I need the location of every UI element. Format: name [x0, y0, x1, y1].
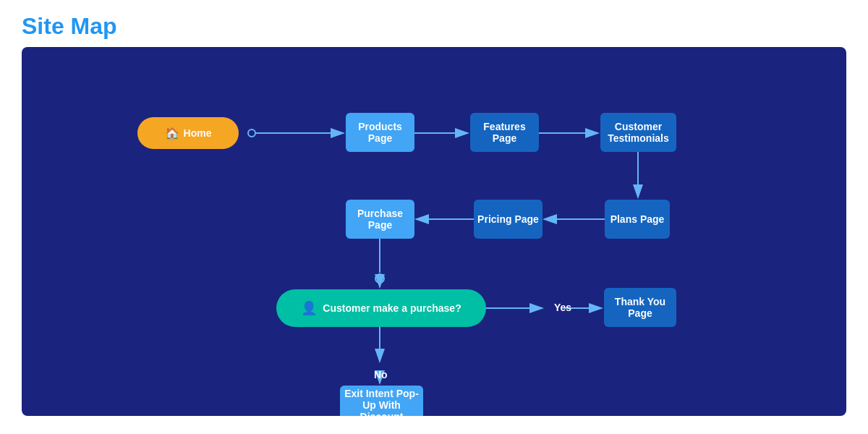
node-plans[interactable]: Plans Page — [605, 200, 670, 239]
node-features[interactable]: Features Page — [470, 113, 539, 152]
node-testimonials[interactable]: Customer Testimonials — [600, 113, 676, 152]
label-yes: Yes — [554, 302, 571, 313]
exit-label: Exit Intent Pop-Up With Discount — [340, 388, 423, 416]
pricing-label: Pricing Page — [477, 213, 539, 225]
purchase-label: Purchase Page — [346, 208, 414, 231]
node-pricing[interactable]: Pricing Page — [474, 200, 542, 239]
diagram-container: 🏠 Home Products Page Features Page Custo… — [22, 47, 846, 416]
node-products[interactable]: Products Page — [346, 113, 414, 152]
products-label: Products Page — [346, 121, 414, 144]
decision-label: Customer make a purchase? — [323, 302, 461, 314]
home-icon: 🏠 — [165, 127, 179, 140]
node-thankyou[interactable]: Thank You Page — [604, 288, 676, 327]
page-title: Site Map — [0, 0, 868, 47]
decision-icon: 👤 — [301, 300, 317, 316]
svg-point-2 — [248, 129, 255, 137]
features-label: Features Page — [470, 121, 539, 144]
node-home[interactable]: 🏠 Home — [137, 117, 239, 149]
testimonials-label: Customer Testimonials — [600, 121, 676, 144]
home-label: Home — [184, 127, 212, 139]
node-exit[interactable]: Exit Intent Pop-Up With Discount — [340, 386, 423, 416]
arrows-svg — [22, 47, 846, 416]
label-no: No — [374, 369, 388, 380]
thankyou-label: Thank You Page — [604, 296, 676, 319]
plans-label: Plans Page — [610, 213, 665, 225]
node-purchase[interactable]: Purchase Page — [346, 200, 414, 239]
svg-point-10 — [375, 274, 384, 283]
node-decision[interactable]: 👤 Customer make a purchase? — [276, 289, 486, 327]
